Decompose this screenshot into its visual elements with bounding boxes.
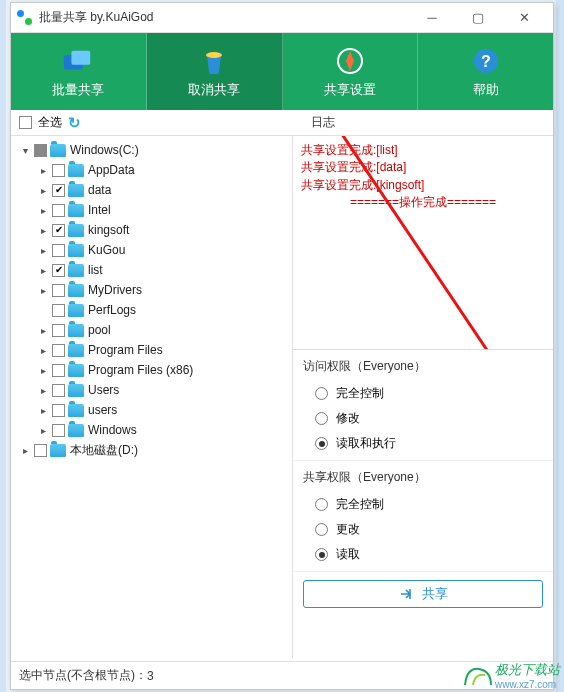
close-button[interactable]: ✕ bbox=[501, 3, 547, 33]
watermark: 极光下载站 www.xz7.com bbox=[463, 661, 560, 690]
toolbar-batch-share[interactable]: 批量共享 bbox=[11, 33, 147, 110]
radio-label: 更改 bbox=[336, 521, 360, 538]
tree-checkbox[interactable] bbox=[52, 364, 65, 377]
tree-label: Windows bbox=[88, 423, 137, 437]
app-window: 批量共享 by.KuAiGod ─ ▢ ✕ 批量共享 取消共享 共享设置 bbox=[10, 2, 554, 690]
share-perm-option[interactable]: 完全控制 bbox=[303, 492, 543, 517]
folder-icon bbox=[68, 324, 84, 337]
compass-icon bbox=[334, 45, 366, 77]
maximize-button[interactable]: ▢ bbox=[455, 3, 501, 33]
tree-row[interactable]: ▸AppData bbox=[13, 160, 290, 180]
tree-checkbox[interactable] bbox=[52, 224, 65, 237]
expander-icon[interactable]: ▸ bbox=[37, 245, 49, 256]
tree-row[interactable]: ▸MyDrivers bbox=[13, 280, 290, 300]
access-perm-option[interactable]: 完全控制 bbox=[303, 381, 543, 406]
toolbar-share-settings[interactable]: 共享设置 bbox=[283, 33, 419, 110]
tree-label: Users bbox=[88, 383, 119, 397]
tree-row[interactable]: ▸Windows bbox=[13, 420, 290, 440]
share-permission-group: 共享权限（Everyone） 完全控制更改读取 bbox=[293, 461, 553, 572]
minimize-button[interactable]: ─ bbox=[409, 3, 455, 33]
tree-checkbox[interactable] bbox=[52, 424, 65, 437]
subtoolbar: 全选 ↻ 日志 bbox=[11, 110, 553, 136]
expander-icon[interactable]: ▸ bbox=[37, 185, 49, 196]
expander-icon[interactable]: ▸ bbox=[37, 265, 49, 276]
toolbar-help[interactable]: ? 帮助 bbox=[418, 33, 553, 110]
tree-row[interactable]: ▸list bbox=[13, 260, 290, 280]
expander-icon[interactable]: ▸ bbox=[19, 445, 31, 456]
tree-checkbox[interactable] bbox=[52, 304, 65, 317]
expander-icon[interactable]: ▸ bbox=[37, 285, 49, 296]
tree-row[interactable]: ▸Users bbox=[13, 380, 290, 400]
tree-row[interactable]: ▸KuGou bbox=[13, 240, 290, 260]
tree-checkbox[interactable] bbox=[52, 284, 65, 297]
tree-row[interactable]: ▸Program Files (x86) bbox=[13, 360, 290, 380]
radio-icon bbox=[315, 412, 328, 425]
svg-point-2 bbox=[206, 52, 222, 58]
log-value: [kingsoft] bbox=[376, 178, 424, 192]
select-all-checkbox[interactable] bbox=[19, 116, 32, 129]
radio-icon bbox=[315, 523, 328, 536]
access-perm-option[interactable]: 读取和执行 bbox=[303, 431, 543, 456]
tree-checkbox[interactable] bbox=[52, 384, 65, 397]
share-perm-option[interactable]: 更改 bbox=[303, 517, 543, 542]
tree-row[interactable]: PerfLogs bbox=[13, 300, 290, 320]
expander-icon[interactable]: ▸ bbox=[37, 225, 49, 236]
expander-icon[interactable]: ▸ bbox=[37, 405, 49, 416]
tree-checkbox[interactable] bbox=[52, 404, 65, 417]
titlebar: 批量共享 by.KuAiGod ─ ▢ ✕ bbox=[11, 3, 553, 33]
help-icon: ? bbox=[470, 45, 502, 77]
radio-label: 修改 bbox=[336, 410, 360, 427]
refresh-icon[interactable]: ↻ bbox=[68, 114, 81, 132]
tree-row[interactable]: ▸Intel bbox=[13, 200, 290, 220]
access-perm-option[interactable]: 修改 bbox=[303, 406, 543, 431]
svg-text:?: ? bbox=[481, 53, 491, 70]
radio-label: 完全控制 bbox=[336, 496, 384, 513]
select-all-label: 全选 bbox=[38, 114, 62, 131]
radio-label: 完全控制 bbox=[336, 385, 384, 402]
tree-checkbox[interactable] bbox=[52, 244, 65, 257]
tree-row[interactable]: ▸pool bbox=[13, 320, 290, 340]
main-toolbar: 批量共享 取消共享 共享设置 ? 帮助 bbox=[11, 33, 553, 110]
share-permission-title: 共享权限（Everyone） bbox=[303, 469, 543, 486]
tree-checkbox[interactable] bbox=[52, 324, 65, 337]
expander-icon[interactable]: ▾ bbox=[19, 145, 31, 156]
tree-checkbox[interactable] bbox=[52, 264, 65, 277]
expander-icon[interactable]: ▸ bbox=[37, 365, 49, 376]
tree-checkbox[interactable] bbox=[52, 344, 65, 357]
folder-icon bbox=[68, 164, 84, 177]
tree-row[interactable]: ▸users bbox=[13, 400, 290, 420]
expander-icon[interactable]: ▸ bbox=[37, 425, 49, 436]
tree-label: Program Files bbox=[88, 343, 163, 357]
expander-icon[interactable]: ▸ bbox=[37, 385, 49, 396]
tree-checkbox[interactable] bbox=[52, 204, 65, 217]
folder-icon bbox=[68, 184, 84, 197]
toolbar-cancel-share[interactable]: 取消共享 bbox=[147, 33, 283, 110]
expander-icon[interactable]: ▸ bbox=[37, 345, 49, 356]
right-panel: 共享设置完成:[list] 共享设置完成:[data] 共享设置完成:[king… bbox=[293, 136, 553, 658]
toolbar-label: 共享设置 bbox=[324, 81, 376, 99]
share-perm-option[interactable]: 读取 bbox=[303, 542, 543, 567]
log-panel: 共享设置完成:[list] 共享设置完成:[data] 共享设置完成:[king… bbox=[293, 136, 553, 350]
folder-icon bbox=[68, 204, 84, 217]
share-icon bbox=[398, 587, 414, 601]
expander-icon[interactable]: ▸ bbox=[37, 165, 49, 176]
tree-checkbox[interactable] bbox=[34, 444, 47, 457]
folder-icon bbox=[68, 384, 84, 397]
expander-icon[interactable]: ▸ bbox=[37, 205, 49, 216]
radio-label: 读取和执行 bbox=[336, 435, 396, 452]
toolbar-label: 取消共享 bbox=[188, 81, 240, 99]
expander-icon[interactable]: ▸ bbox=[37, 325, 49, 336]
tree-checkbox[interactable] bbox=[52, 164, 65, 177]
log-prefix: 共享设置完成: bbox=[301, 178, 376, 192]
tree-row[interactable]: ▸kingsoft bbox=[13, 220, 290, 240]
tree-row[interactable]: ▾Windows(C:) bbox=[13, 140, 290, 160]
share-button[interactable]: 共享 bbox=[303, 580, 543, 608]
tree-checkbox[interactable] bbox=[34, 144, 47, 157]
folder-tree[interactable]: ▾Windows(C:)▸AppData▸data▸Intel▸kingsoft… bbox=[11, 136, 293, 658]
tree-checkbox[interactable] bbox=[52, 184, 65, 197]
tree-row[interactable]: ▸本地磁盘(D:) bbox=[13, 440, 290, 460]
radio-icon bbox=[315, 548, 328, 561]
tree-row[interactable]: ▸Program Files bbox=[13, 340, 290, 360]
tree-label: 本地磁盘(D:) bbox=[70, 442, 138, 459]
tree-row[interactable]: ▸data bbox=[13, 180, 290, 200]
